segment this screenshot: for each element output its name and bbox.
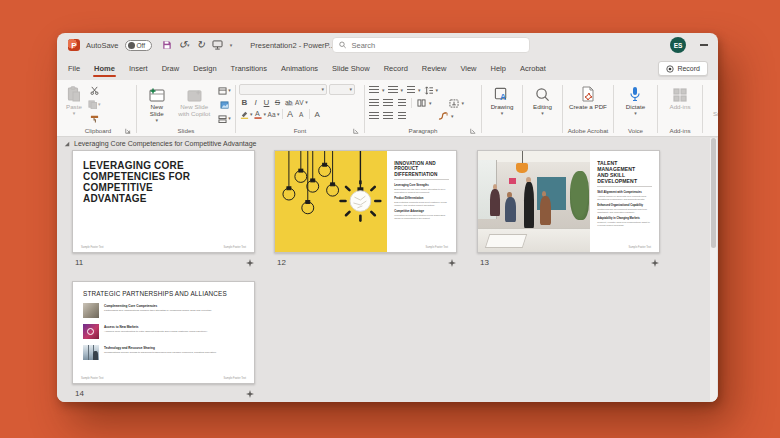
slide-14-item1-heading: Complementing Core Competencies xyxy=(104,304,212,308)
drawing-button[interactable]: A Drawing xyxy=(488,84,517,117)
slides-group-label: Slides xyxy=(178,127,195,134)
tab-animations[interactable]: Animations xyxy=(274,59,325,79)
format-painter-button[interactable] xyxy=(87,112,102,125)
customize-toolbar-button[interactable] xyxy=(230,43,233,48)
font-color-button[interactable]: A xyxy=(253,108,264,120)
chevron-down-icon xyxy=(634,111,637,116)
text-shadow-button[interactable]: ab xyxy=(283,96,294,108)
scissors-icon xyxy=(90,86,99,95)
tab-transitions[interactable]: Transitions xyxy=(224,59,274,79)
minimize-icon[interactable] xyxy=(700,44,708,46)
create-pdf-button[interactable]: Create a PDF xyxy=(566,84,610,111)
tab-help[interactable]: Help xyxy=(484,59,513,79)
group-adobe-acrobat: Create a PDF Adobe Acrobat xyxy=(566,83,610,136)
tab-review[interactable]: Review xyxy=(415,59,454,79)
columns-button[interactable] xyxy=(416,97,427,109)
bold-button[interactable]: B xyxy=(239,96,250,108)
vertical-scrollbar[interactable] xyxy=(710,138,717,401)
underline-button[interactable]: U xyxy=(261,96,272,108)
align-left-button[interactable] xyxy=(368,97,380,109)
italic-button[interactable]: I xyxy=(250,96,261,108)
slide-13-sec1-body: Aligning employee skills with core compe… xyxy=(597,195,652,201)
new-slide-copilot-button[interactable]: New Slide with Copilot xyxy=(173,84,215,118)
transition-star-icon-13[interactable] xyxy=(651,259,659,267)
text-direction-button[interactable] xyxy=(448,97,460,109)
design-suggestions-button[interactable]: Design Suggestions xyxy=(707,84,718,118)
slide-number-13: 13 xyxy=(480,258,489,267)
editing-label: Editing xyxy=(533,103,552,110)
align-right-button[interactable] xyxy=(396,97,407,109)
convert-smartart-button[interactable] xyxy=(437,110,449,122)
editing-button[interactable]: Editing xyxy=(530,84,555,117)
section-button[interactable] xyxy=(217,112,232,125)
justify-button[interactable] xyxy=(368,110,380,122)
align-text-button[interactable] xyxy=(382,110,394,122)
tab-file[interactable]: File xyxy=(61,59,87,79)
search-input[interactable] xyxy=(351,41,523,50)
tab-draw[interactable]: Draw xyxy=(155,59,187,79)
font-size-select[interactable] xyxy=(329,84,355,95)
new-slide-icon xyxy=(149,85,165,102)
tab-acrobat[interactable]: Acrobat xyxy=(513,59,553,79)
undo-button[interactable] xyxy=(179,40,190,50)
strikethrough-button[interactable]: S xyxy=(272,96,283,108)
chevron-down-icon xyxy=(187,43,190,48)
tab-design[interactable]: Design xyxy=(186,59,223,79)
bullets-button[interactable] xyxy=(368,84,380,96)
tab-record[interactable]: Record xyxy=(377,59,415,79)
section-icon xyxy=(218,115,227,123)
split-text-button[interactable] xyxy=(396,110,407,122)
figure-silhouette xyxy=(93,351,98,360)
slide-thumbnail-13[interactable]: TALENT MANAGEMENT AND SKILL DEVELOPMENT … xyxy=(477,150,660,253)
indent-button[interactable] xyxy=(405,84,416,96)
transition-star-icon-14[interactable] xyxy=(246,390,254,398)
layout-icon xyxy=(218,87,227,95)
font-dialog-launcher[interactable] xyxy=(353,128,359,134)
copy-button[interactable] xyxy=(87,98,102,111)
slide-14-item3: Technology and Resource Sharing Collabor… xyxy=(83,345,244,360)
paste-button[interactable]: Paste xyxy=(63,84,85,117)
decrease-font-size-button[interactable]: A xyxy=(296,108,307,120)
account-avatar[interactable]: ES xyxy=(670,37,686,53)
save-icon[interactable] xyxy=(162,40,172,50)
line-spacing-button[interactable] xyxy=(423,84,434,96)
clear-formatting-button[interactable]: A xyxy=(312,108,323,120)
start-slideshow-button[interactable] xyxy=(212,40,223,50)
layout-button[interactable] xyxy=(217,84,232,97)
cut-button[interactable] xyxy=(87,84,102,97)
numbering-button[interactable] xyxy=(387,84,399,96)
tab-slide-show[interactable]: Slide Show xyxy=(325,59,377,79)
chevron-down-icon xyxy=(321,87,324,92)
autosave-toggle[interactable]: Off xyxy=(125,40,152,51)
new-slide-button[interactable]: New Slide xyxy=(140,84,173,124)
scrollbar-thumb[interactable] xyxy=(711,138,716,248)
tab-view[interactable]: View xyxy=(453,59,483,79)
text-direction-icon xyxy=(449,99,459,108)
change-case-button[interactable]: Aa xyxy=(266,108,277,120)
record-button[interactable]: Record xyxy=(658,61,708,76)
align-center-button[interactable] xyxy=(382,97,394,109)
tab-insert[interactable]: Insert xyxy=(122,59,155,79)
highlight-color-button[interactable] xyxy=(239,108,250,120)
dictate-button[interactable]: Dictate xyxy=(623,84,648,117)
paragraph-dialog-launcher[interactable] xyxy=(470,128,476,134)
font-name-select[interactable] xyxy=(239,84,327,95)
transition-star-icon-11[interactable] xyxy=(246,259,254,267)
search-box[interactable] xyxy=(332,37,530,53)
transition-star-icon-12[interactable] xyxy=(448,259,456,267)
paste-icon xyxy=(67,85,81,102)
character-spacing-button[interactable]: AV xyxy=(294,96,305,108)
reset-button[interactable] xyxy=(217,98,232,111)
slide-thumbnail-14[interactable]: STRATEGIC PARTNERSHIPS AND ALLIANCES Com… xyxy=(72,281,255,384)
tab-home[interactable]: Home xyxy=(87,59,122,79)
section-header[interactable]: Leveraging Core Competencies for Competi… xyxy=(64,140,257,147)
chevron-down-icon xyxy=(501,111,504,116)
powerpoint-app-icon[interactable]: P xyxy=(68,39,80,51)
increase-font-size-button[interactable]: A xyxy=(285,108,296,120)
redo-button[interactable] xyxy=(196,40,204,50)
slide-thumbnail-11[interactable]: LEVERAGING CORE COMPETENCIES FOR COMPETI… xyxy=(72,150,255,253)
slide-thumbnail-12[interactable]: INNOVATION AND PRODUCT DIFFERENTIATION L… xyxy=(274,150,457,253)
columns-icon xyxy=(417,99,426,107)
addins-button[interactable]: Add-ins xyxy=(667,84,694,111)
clipboard-dialog-launcher[interactable] xyxy=(125,128,131,134)
